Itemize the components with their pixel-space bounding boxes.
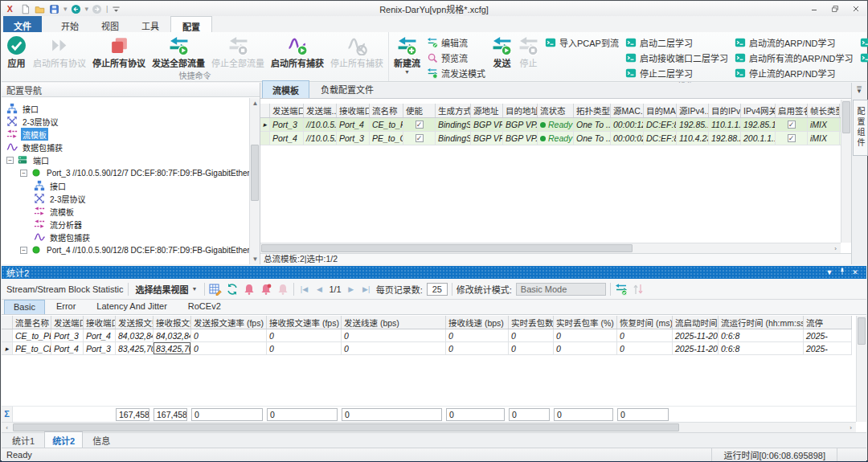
cell[interactable]: 0 bbox=[446, 329, 509, 341]
tab-负载配置文件[interactable]: 负载配置文件 bbox=[310, 80, 384, 98]
ribbon-button-停止二层学习[interactable]: 停止二层学习 bbox=[625, 67, 728, 80]
menu-tab-配置[interactable]: 配置 bbox=[170, 16, 212, 32]
cell[interactable]: Port_3 bbox=[84, 342, 116, 354]
previous-page-icon[interactable]: ◀ bbox=[313, 285, 325, 293]
column-header[interactable]: 发送报文数 bbox=[116, 316, 154, 329]
tree-item[interactable]: 流模板 bbox=[2, 205, 249, 218]
ribbon-button-启动流的ARP/ND学习[interactable]: 启动流的ARP/ND学习 bbox=[735, 36, 854, 49]
stats-vertical-scrollbar[interactable] bbox=[856, 316, 866, 422]
column-header[interactable]: 生成方式 bbox=[436, 104, 471, 117]
column-header[interactable]: IPv4网关 bbox=[741, 104, 776, 117]
column-header[interactable]: 使能 bbox=[403, 104, 436, 117]
ribbon-button-停止全部流量[interactable]: 停止全部流量 bbox=[208, 33, 268, 69]
cell[interactable]: BindingS... bbox=[436, 132, 471, 145]
cell[interactable]: ✓ bbox=[776, 132, 808, 145]
page-size-input[interactable]: 25 bbox=[427, 283, 448, 296]
clear-statistics-disabled-icon[interactable] bbox=[276, 283, 289, 296]
cell[interactable]: 0 bbox=[617, 342, 673, 354]
ribbon-button-新建流[interactable]: 新建流▼ bbox=[391, 33, 424, 80]
checkbox-checked-icon[interactable]: ✓ bbox=[416, 121, 424, 129]
edit-columns-icon[interactable] bbox=[209, 283, 222, 296]
close-icon[interactable] bbox=[845, 3, 866, 15]
ribbon-button-停止所有捕获[interactable]: 停止所有捕获 bbox=[327, 33, 387, 69]
panel-menu-icon[interactable]: ▼ bbox=[823, 268, 836, 276]
ribbon-button-停止所有流的ARP/ND学习[interactable]: 停止所有流的ARP/ND学习 bbox=[860, 36, 868, 49]
next-page-icon[interactable]: ▶ bbox=[346, 285, 357, 293]
cell[interactable]: ✓ bbox=[403, 132, 436, 145]
cell[interactable]: Port_4 bbox=[51, 342, 84, 354]
cell[interactable]: 2025-11-20 0... bbox=[673, 329, 719, 341]
cell[interactable]: 84,032,841 bbox=[154, 329, 191, 341]
cell[interactable]: Port_3 bbox=[337, 132, 370, 145]
refresh-icon[interactable] bbox=[226, 283, 239, 296]
cell[interactable]: BindingS... bbox=[436, 118, 471, 131]
ribbon-button-启动二层学习[interactable]: 启动二层学习 bbox=[625, 36, 728, 49]
tab-Error[interactable]: Error bbox=[47, 299, 85, 314]
cell[interactable]: 0 bbox=[554, 329, 617, 341]
column-header[interactable]: 目的MA.. bbox=[644, 104, 677, 117]
cell[interactable]: DC:EF:8... bbox=[644, 132, 677, 145]
menu-tab-视图[interactable]: 视图 bbox=[90, 16, 130, 32]
cell[interactable]: One To ... bbox=[574, 132, 611, 145]
last-page-icon[interactable]: ▶| bbox=[361, 285, 372, 293]
column-header[interactable]: 流量名称 bbox=[13, 316, 51, 329]
pin-icon[interactable] bbox=[836, 268, 849, 277]
column-header[interactable]: 接收线速 (bps) bbox=[446, 316, 509, 329]
tree-item[interactable]: −Port_3 //10.0.5.90/12/7 DC:EF:80:7F:D9:… bbox=[2, 166, 249, 179]
cell[interactable]: BGP VP... bbox=[503, 132, 538, 145]
cell[interactable]: BGP VP... bbox=[471, 132, 503, 145]
cell[interactable]: 2025- bbox=[804, 329, 852, 341]
cell[interactable]: //10.0.5... bbox=[304, 118, 337, 131]
column-header[interactable]: 接收报文数 bbox=[154, 316, 191, 329]
minimize-icon[interactable] bbox=[804, 3, 825, 15]
column-header[interactable]: 源MAC.. bbox=[611, 104, 644, 117]
cell[interactable]: CE_to_PE bbox=[370, 118, 403, 131]
stats-hscroll-thumb[interactable] bbox=[13, 423, 679, 431]
cell[interactable]: iMIX bbox=[808, 118, 840, 131]
menu-tab-工具[interactable]: 工具 bbox=[130, 16, 170, 32]
cell[interactable]: 0 bbox=[267, 329, 342, 341]
checkbox-checked-icon[interactable]: ✓ bbox=[788, 134, 796, 142]
open-folder-icon[interactable] bbox=[34, 3, 46, 14]
cell[interactable]: PE_to_CE bbox=[370, 132, 403, 145]
cell[interactable]: ✓ bbox=[403, 118, 436, 131]
cell[interactable]: 0 bbox=[191, 342, 267, 354]
checkbox-checked-icon[interactable]: ✓ bbox=[788, 121, 796, 129]
ribbon-button-发送qci流[interactable]: 发送qci流 bbox=[860, 51, 868, 64]
column-header[interactable]: 流状态 bbox=[538, 104, 574, 117]
menu-tab-文件[interactable]: 文件 bbox=[3, 16, 42, 32]
cell[interactable]: 0 bbox=[191, 329, 267, 341]
new-file-icon[interactable] bbox=[19, 3, 31, 14]
stream-mode-icon[interactable] bbox=[615, 283, 628, 296]
forward-icon[interactable] bbox=[91, 3, 103, 14]
column-header[interactable]: 接收端口 bbox=[84, 316, 116, 329]
cell[interactable]: 83,425,700 bbox=[116, 342, 154, 354]
cell[interactable]: 00:00:12... bbox=[611, 118, 644, 131]
tree-item[interactable]: −Port_4 //10.0.5.90/12/8 DC:EF:80:7F:D9:… bbox=[2, 243, 249, 256]
cell[interactable]: 2025-11-20 0... bbox=[673, 342, 719, 354]
expander-icon[interactable]: − bbox=[20, 247, 27, 254]
ribbon-button-流发送模式[interactable]: 流发送模式 bbox=[427, 67, 485, 80]
cell[interactable]: 200.1.1.1 bbox=[741, 132, 776, 145]
cell[interactable]: Port_4 bbox=[337, 118, 370, 131]
tree-item[interactable]: 2-3层协议 bbox=[2, 115, 249, 128]
cell[interactable]: 0 bbox=[342, 342, 446, 354]
column-header[interactable]: 发送端口 bbox=[51, 316, 84, 329]
ribbon-button-停止流的ARP/ND学习[interactable]: 停止流的ARP/ND学习 bbox=[735, 67, 854, 80]
tree-item[interactable]: 数据包捕获 bbox=[2, 141, 249, 153]
cell[interactable]: 0:6:8 bbox=[719, 329, 804, 341]
save-icon[interactable] bbox=[48, 3, 60, 14]
cell[interactable]: 0:6:8 bbox=[719, 342, 804, 354]
column-header[interactable]: 目的IPv.. bbox=[709, 104, 741, 117]
ribbon-button-启动所有捕获[interactable]: 启动所有捕获 bbox=[268, 33, 327, 69]
column-header[interactable]: 源地址 bbox=[471, 104, 503, 117]
ribbon-button-发送[interactable]: 发送 bbox=[489, 33, 515, 80]
stat-mode-value[interactable]: Basic Mode bbox=[516, 283, 606, 296]
clear-view-statistics-icon[interactable] bbox=[243, 283, 256, 296]
cell[interactable]: 192.85.1.2 bbox=[677, 118, 709, 131]
cell[interactable]: 0 bbox=[617, 329, 673, 341]
stream-vscroll-thumb[interactable] bbox=[842, 101, 850, 133]
stats-horizontal-scrollbar[interactable]: ‹ › bbox=[2, 422, 856, 432]
clear-all-statistics-icon[interactable] bbox=[260, 283, 272, 296]
ribbon-button-预览流[interactable]: 预览流 bbox=[427, 51, 485, 64]
